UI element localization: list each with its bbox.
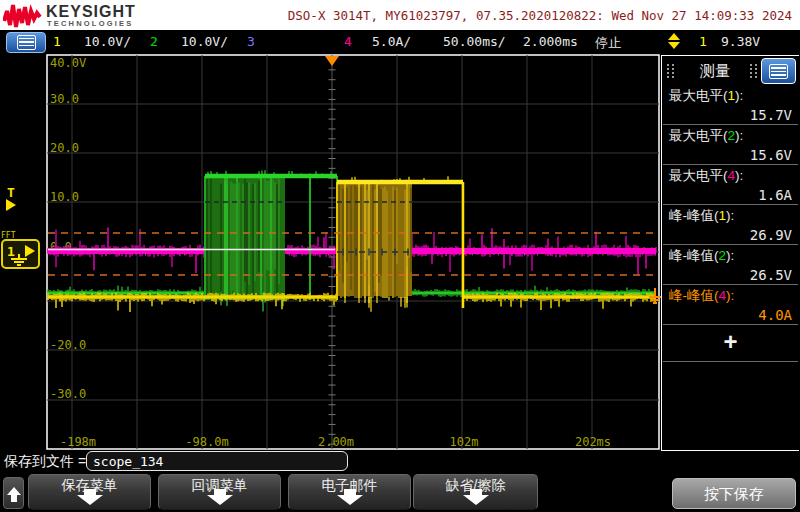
measurement-label: 最大电平(1): — [669, 87, 792, 105]
ch4-number[interactable]: 4 — [344, 34, 352, 49]
filename-input[interactable] — [86, 451, 348, 471]
ch1-scale[interactable]: 10.0V/ — [84, 34, 131, 49]
measurement-label: 峰-峰值(1): — [669, 207, 792, 225]
softkey-default-erase[interactable]: 缺省/擦除 — [413, 474, 538, 510]
measurement-value: 4.0A — [669, 305, 792, 323]
trigger-level-value[interactable]: 9.38V — [721, 34, 760, 49]
main-menu-button[interactable] — [6, 32, 46, 53]
model-info-line: DSO-X 3014T, MY61023797, 07.35.202012082… — [288, 8, 792, 23]
channel-status-bar: 1 10.0V/ 2 10.0V/ 3 4 5.0A/ 50.00ms/ 2.0… — [0, 30, 800, 53]
measurement-label: 峰-峰值(4): — [669, 287, 792, 305]
trigger-source[interactable]: 1 — [699, 34, 707, 49]
ch3-number[interactable]: 3 — [247, 34, 255, 49]
press-to-save-button[interactable]: 按下保存 — [672, 478, 796, 509]
drag-handle-icon[interactable] — [750, 64, 758, 78]
menu-icon — [769, 64, 788, 79]
svg-text:-20.0: -20.0 — [50, 338, 86, 352]
down-arrow-icon — [337, 495, 363, 505]
svg-text:-10.0: -10.0 — [50, 289, 86, 303]
measurement-item-max-level-ch4[interactable]: 最大电平(4):1.6A — [663, 165, 798, 205]
softkey-recall-menu[interactable]: 回调菜单 — [158, 474, 281, 510]
svg-text:1: 1 — [7, 244, 15, 259]
measurement-item-max-level-ch2[interactable]: 最大电平(2):15.6V — [663, 125, 798, 165]
svg-text:FFT: FFT — [1, 231, 16, 240]
ch4-scale[interactable]: 5.0A/ — [372, 34, 411, 49]
timebase-value[interactable]: 50.00ms/ — [443, 34, 506, 49]
measurement-label: 最大电平(4): — [669, 167, 792, 185]
measurement-panel-header: 测量 — [662, 56, 799, 85]
measurement-item-pk-pk-ch2[interactable]: 峰-峰值(2):26.5V — [663, 245, 798, 285]
measurement-value: 26.5V — [669, 265, 792, 283]
back-up-button[interactable] — [3, 477, 24, 509]
svg-text:-198m: -198m — [60, 435, 96, 449]
svg-text:T: T — [7, 185, 15, 200]
measurement-label: 峰-峰值(2): — [669, 247, 792, 265]
ch1-number[interactable]: 1 — [53, 34, 61, 49]
down-arrow-icon — [77, 495, 103, 505]
measurement-panel-title: 测量 — [700, 62, 730, 81]
measurement-label: 最大电平(2): — [669, 127, 792, 145]
svg-text:2.00m: 2.00m — [318, 435, 354, 449]
up-arrow-icon — [7, 487, 21, 495]
softkey-email[interactable]: 电子邮件 — [288, 474, 411, 510]
measurement-value: 15.7V — [669, 105, 792, 123]
measurement-item-pk-pk-ch4[interactable]: 峰-峰值(4):4.0A — [663, 285, 798, 325]
brand-subtitle: TECHNOLOGIES — [47, 19, 133, 28]
svg-text:10.0: 10.0 — [50, 190, 79, 204]
down-arrow-icon — [463, 495, 489, 505]
measurement-item-max-level-ch1[interactable]: 最大电平(1):15.7V — [663, 85, 798, 125]
svg-text:-98.0m: -98.0m — [185, 435, 228, 449]
measurement-list: 最大电平(1):15.7V最大电平(2):15.6V最大电平(4):1.6A峰-… — [662, 85, 799, 325]
svg-text:202ms: 202ms — [575, 435, 611, 449]
svg-text:-30.0: -30.0 — [50, 387, 86, 401]
run-state-badge: 停止 — [595, 34, 621, 52]
measurement-item-pk-pk-ch1[interactable]: 峰-峰值(1):26.9V — [663, 205, 798, 245]
trigger-updown-icon — [668, 33, 680, 49]
svg-text:102m: 102m — [450, 435, 479, 449]
measurement-menu-button[interactable] — [761, 58, 796, 84]
keysight-logo-icon — [3, 2, 43, 28]
save-to-file-label: 保存到文件 = — [4, 453, 86, 471]
softkey-save-menu[interactable]: 保存菜单 — [28, 474, 151, 510]
measurement-value: 1.6A — [669, 185, 792, 203]
menu-icon — [17, 35, 36, 50]
ch2-scale[interactable]: 10.0V/ — [181, 34, 228, 49]
svg-text:20.0: 20.0 — [50, 141, 79, 155]
measurement-value: 26.9V — [669, 225, 792, 243]
down-arrow-icon — [207, 495, 233, 505]
svg-text:30.0: 30.0 — [50, 92, 79, 106]
drag-handle-icon[interactable] — [667, 64, 675, 78]
delay-value[interactable]: 2.000ms — [523, 34, 578, 49]
top-header: KEYSIGHT TECHNOLOGIES DSO-X 3014T, MY610… — [0, 0, 800, 30]
measurement-panel: 测量 最大电平(1):15.7V最大电平(2):15.6V最大电平(4):1.6… — [661, 55, 799, 451]
ch2-number[interactable]: 2 — [150, 34, 158, 49]
oscilloscope-screen: KEYSIGHT TECHNOLOGIES DSO-X 3014T, MY610… — [0, 0, 800, 512]
svg-text:40.0V: 40.0V — [50, 56, 86, 70]
measurement-value: 15.6V — [669, 145, 792, 163]
add-measurement-button[interactable]: + — [663, 325, 798, 362]
svg-text:0.0: 0.0 — [50, 240, 72, 254]
